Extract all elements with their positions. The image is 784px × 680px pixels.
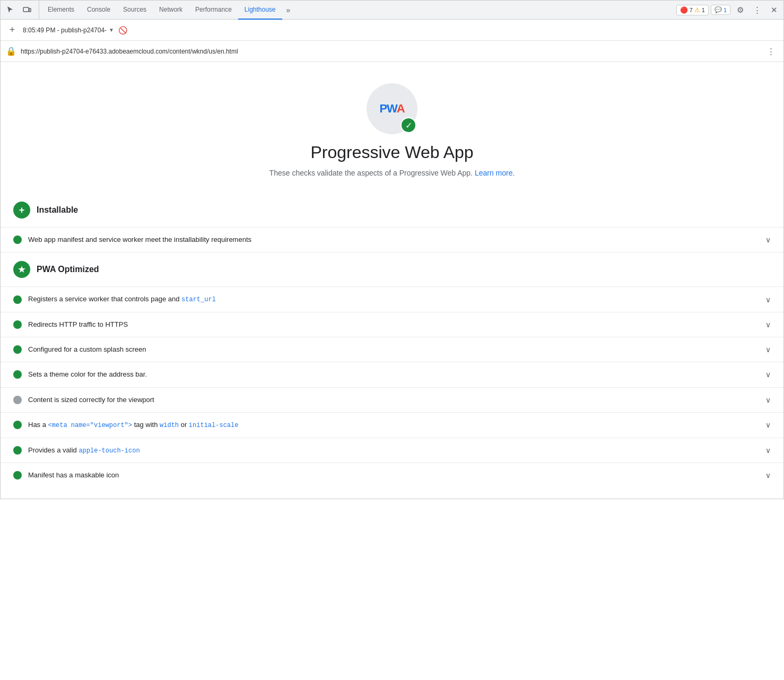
settings-button[interactable]: ⚙: [733, 3, 747, 18]
security-icon: 🔒: [6, 46, 16, 56]
more-options-button[interactable]: ⋮: [750, 3, 764, 18]
audit-item-meta-viewport[interactable]: Has a <meta name="viewport"> tag with wi…: [1, 412, 783, 438]
audit-chevron-icon: ∨: [765, 345, 771, 354]
audit-item-splash[interactable]: Configured for a custom splash screen ∨: [1, 337, 783, 362]
device-toggle-icon[interactable]: [20, 3, 34, 18]
audit-text-meta-viewport: Has a <meta name="viewport"> tag with wi…: [28, 420, 759, 430]
audit-text-splash: Configured for a custom splash screen: [28, 345, 759, 354]
audit-chevron-icon: ∨: [765, 421, 771, 429]
audit-text-maskable-icon: Manifest has a maskable icon: [28, 470, 759, 480]
audit-status-dot: [13, 421, 22, 429]
audit-text-viewport-size: Content is sized correctly for the viewp…: [28, 395, 759, 405]
audit-item-theme-color[interactable]: Sets a theme color for the address bar. …: [1, 362, 783, 387]
audit-text-service-worker: Registers a service worker that controls…: [28, 294, 759, 304]
installable-section-header: + Installable: [1, 193, 783, 227]
gear-icon: ⚙: [737, 5, 744, 15]
svg-rect-0: [23, 7, 29, 12]
error-icon: 🔴: [680, 6, 688, 14]
audit-chevron-icon: ∨: [765, 295, 771, 304]
learn-more-link[interactable]: Learn more: [475, 169, 513, 177]
audit-status-dot: [13, 295, 22, 304]
audit-text-https: Redirects HTTP traffic to HTTPS: [28, 320, 759, 329]
audit-chevron-icon: ∨: [765, 446, 771, 455]
installable-icon: +: [13, 202, 30, 219]
audit-text-theme-color: Sets a theme color for the address bar.: [28, 370, 759, 379]
no-network-icon: 🚫: [118, 26, 127, 34]
tab-console[interactable]: Console: [81, 1, 117, 20]
tab-network[interactable]: Network: [153, 1, 189, 20]
initial-scale-code: initial-scale: [189, 422, 239, 429]
audit-item-https[interactable]: Redirects HTTP traffic to HTTPS ∨: [1, 312, 783, 337]
vertical-dots-icon: ⋮: [753, 5, 761, 15]
pwa-optimized-icon: ★: [13, 261, 30, 278]
tab-lighthouse[interactable]: Lighthouse: [238, 1, 282, 20]
pwa-check-icon: ✓: [400, 117, 416, 133]
svg-rect-1: [29, 8, 31, 12]
audit-chevron-icon: ∨: [765, 320, 771, 329]
message-badge[interactable]: 💬 1: [711, 5, 730, 15]
audit-chevron-icon: ∨: [765, 236, 771, 244]
devtools-window: Elements Console Sources Network Perform…: [0, 0, 784, 499]
audit-text-apple-touch-icon: Provides a valid apple-touch-icon: [28, 446, 759, 456]
close-button[interactable]: ✕: [766, 3, 781, 18]
audit-status-dot: [13, 345, 22, 354]
tab-performance[interactable]: Performance: [189, 1, 238, 20]
pwa-icon-circle: PWA ✓: [367, 83, 417, 134]
session-dropdown-arrow[interactable]: ▼: [109, 27, 114, 33]
audit-status-dot: [13, 396, 22, 404]
message-icon: 💬: [715, 6, 722, 13]
url-bar: 🔒 https://publish-p24704-e76433.adobeaem…: [1, 41, 783, 62]
cursor-icon[interactable]: [3, 3, 18, 18]
meta-viewport-code: <meta name="viewport">: [48, 422, 132, 429]
url-display: https://publish-p24704-e76433.adobeaemcl…: [21, 48, 759, 55]
audit-status-dot: [13, 471, 22, 480]
close-icon: ✕: [771, 5, 778, 15]
more-tabs-button[interactable]: »: [282, 1, 295, 20]
pwa-subtitle: These checks validate the aspects of a P…: [269, 169, 515, 177]
audit-item-service-worker[interactable]: Registers a service worker that controls…: [1, 286, 783, 312]
audit-item-viewport-size[interactable]: Content is sized correctly for the viewp…: [1, 387, 783, 412]
audit-status-dot: [13, 446, 22, 455]
audit-item-apple-touch-icon[interactable]: Provides a valid apple-touch-icon ∨: [1, 438, 783, 463]
tab-bar: Elements Console Sources Network Perform…: [1, 1, 783, 20]
pwa-title: Progressive Web App: [310, 143, 473, 162]
audit-item-manifest[interactable]: Web app manifest and service worker meet…: [1, 227, 783, 252]
session-bar: + 8:05:49 PM - publish-p24704- ▼ 🚫: [1, 20, 783, 41]
url-more-icon: ⋮: [767, 47, 775, 56]
audit-chevron-icon: ∨: [765, 370, 771, 379]
tab-bar-right: 🔴 7 ⚠ 1 💬 1 ⚙ ⋮ ✕: [676, 3, 781, 18]
audit-status-dot: [13, 320, 22, 329]
pwa-optimized-title: PWA Optimized: [37, 265, 99, 274]
tab-elements[interactable]: Elements: [41, 1, 81, 20]
apple-touch-icon-code: apple-touch-icon: [79, 447, 140, 455]
pwa-optimized-section-header: ★ PWA Optimized: [1, 252, 783, 286]
audit-chevron-icon: ∨: [765, 471, 771, 480]
session-time: 8:05:49 PM - publish-p24704- ▼: [23, 27, 114, 34]
audit-chevron-icon: ∨: [765, 396, 771, 404]
audit-status-dot: [13, 236, 22, 244]
pwa-logo: PWA: [379, 102, 404, 116]
audit-status-dot: [13, 370, 22, 379]
devtools-icon-group: [3, 1, 39, 19]
audit-item-maskable-icon[interactable]: Manifest has a maskable icon ∨: [1, 463, 783, 487]
pwa-header: PWA ✓ Progressive Web App These checks v…: [1, 73, 783, 193]
tab-sources[interactable]: Sources: [117, 1, 153, 20]
add-session-button[interactable]: +: [6, 24, 19, 36]
warning-icon: ⚠: [694, 6, 700, 14]
error-warning-badge[interactable]: 🔴 7 ⚠ 1: [676, 5, 709, 15]
lighthouse-content: PWA ✓ Progressive Web App These checks v…: [1, 62, 783, 499]
audit-text-manifest: Web app manifest and service worker meet…: [28, 235, 759, 245]
url-more-button[interactable]: ⋮: [763, 44, 778, 59]
start-url-code: start_url: [181, 296, 216, 303]
installable-title: Installable: [37, 205, 78, 215]
width-code: width: [160, 422, 179, 429]
